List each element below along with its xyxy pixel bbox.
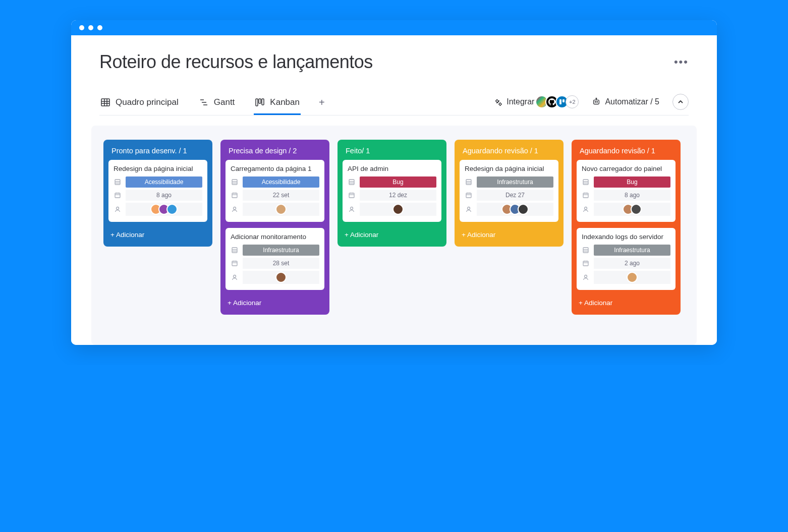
- svg-rect-66: [583, 248, 588, 253]
- column-header[interactable]: Precisa de design / 2: [226, 145, 324, 160]
- automate-button[interactable]: Automatizar / 5: [592, 97, 659, 106]
- card-date[interactable]: 8 ago: [594, 190, 670, 201]
- tab-label: Kanban: [270, 97, 300, 107]
- svg-rect-11: [559, 99, 561, 104]
- card-assignee-row: [582, 203, 670, 216]
- svg-point-33: [234, 207, 236, 210]
- integrations-more-badge[interactable]: +2: [566, 95, 579, 108]
- tab-gantt[interactable]: Gantt: [198, 94, 236, 115]
- add-card-button[interactable]: + Adicionar: [460, 228, 558, 240]
- svg-rect-21: [115, 193, 120, 198]
- svg-rect-18: [115, 180, 120, 185]
- card-tag[interactable]: Acessibilidade: [243, 176, 319, 188]
- card-tag[interactable]: Bug: [360, 176, 436, 188]
- card-avatars[interactable]: [126, 203, 202, 216]
- kanban-card[interactable]: Redesign da página inicialAcessibilidade…: [108, 160, 207, 222]
- card-date[interactable]: 8 ago: [126, 190, 202, 201]
- card-assignee-row: [114, 203, 202, 216]
- add-view-button[interactable]: +: [319, 97, 325, 112]
- card-tag-row: Bug: [582, 176, 670, 188]
- svg-rect-69: [583, 261, 588, 266]
- kanban-card[interactable]: Indexando logs do servidorInfraestrutura…: [577, 228, 676, 290]
- avatar: [392, 204, 404, 215]
- add-card-button[interactable]: + Adicionar: [108, 228, 207, 240]
- card-date-row: 8 ago: [582, 190, 670, 201]
- card-avatars[interactable]: [594, 203, 670, 216]
- card-tag[interactable]: Infraestrutura: [477, 176, 553, 188]
- toolbar-right: Integrar +2: [493, 94, 689, 115]
- kanban-card[interactable]: Redesign da página inicialInfraestrutura…: [460, 160, 558, 222]
- svg-rect-50: [466, 180, 471, 185]
- svg-point-65: [585, 207, 587, 210]
- card-date-row: 8 ago: [114, 190, 202, 201]
- svg-rect-13: [594, 100, 599, 104]
- avatar: [518, 204, 529, 215]
- kanban-card[interactable]: Carregamento da página 1Acessibilidade22…: [226, 160, 324, 222]
- kanban-column: Pronto para desenv. / 1Redesign da págin…: [103, 140, 212, 247]
- card-title: Redesign da página inicial: [465, 165, 553, 172]
- svg-rect-9: [259, 99, 261, 103]
- svg-rect-58: [583, 180, 588, 185]
- card-date-row: 28 set: [231, 258, 319, 269]
- kanban-card[interactable]: API de adminBug12 dez: [343, 160, 441, 222]
- svg-rect-53: [466, 193, 471, 198]
- card-avatars[interactable]: [594, 271, 670, 284]
- card-date[interactable]: 22 set: [243, 190, 319, 201]
- calendar-icon: [231, 259, 239, 267]
- card-date-row: 12 dez: [348, 190, 436, 201]
- integrate-button[interactable]: Integrar +2: [493, 95, 579, 108]
- list-icon: [582, 178, 590, 186]
- person-icon: [231, 205, 239, 213]
- page: Roteiro de recursos e lançamentos ••• Qu…: [71, 35, 717, 345]
- kanban-icon: [255, 97, 265, 107]
- more-menu-button[interactable]: •••: [674, 55, 689, 69]
- card-assignee-row: [582, 271, 670, 284]
- card-avatars[interactable]: [243, 203, 319, 216]
- card-title: Carregamento da página 1: [231, 165, 319, 172]
- calendar-icon: [582, 259, 590, 267]
- column-header[interactable]: Feito/ 1: [343, 145, 441, 160]
- kanban-card[interactable]: Novo carregador do painelBug8 ago: [577, 160, 676, 222]
- kanban-card[interactable]: Adicionar monitoramentoInfraestrutura28 …: [226, 228, 324, 290]
- list-icon: [348, 178, 356, 186]
- add-card-button[interactable]: + Adicionar: [343, 228, 441, 240]
- svg-point-49: [351, 207, 353, 210]
- column-header[interactable]: Aguardando revisão / 1: [460, 145, 558, 160]
- card-avatars[interactable]: [243, 271, 319, 284]
- tab-kanban[interactable]: Kanban: [254, 94, 301, 115]
- card-date[interactable]: 2 ago: [594, 258, 670, 269]
- card-title: Indexando logs do servidor: [582, 233, 670, 241]
- robot-icon: [592, 97, 601, 106]
- card-tag-row: Infraestrutura: [231, 245, 319, 256]
- avatar: [275, 204, 287, 215]
- svg-rect-0: [101, 99, 109, 106]
- collapse-header-button[interactable]: [672, 94, 689, 110]
- card-title: Novo carregador do painel: [582, 165, 670, 172]
- card-title: Adicionar monitoramento: [231, 233, 319, 241]
- avatar: [631, 204, 642, 215]
- add-card-button[interactable]: + Adicionar: [226, 296, 324, 308]
- kanban-column: Precisa de design / 2Carregamento da pág…: [220, 140, 329, 315]
- person-icon: [582, 273, 590, 281]
- card-date[interactable]: Dez 27: [477, 190, 553, 201]
- card-date[interactable]: 12 dez: [360, 190, 436, 201]
- card-tag[interactable]: Acessibilidade: [126, 176, 202, 188]
- card-avatars[interactable]: [477, 203, 553, 216]
- column-header[interactable]: Pronto para desenv. / 1: [108, 145, 207, 160]
- calendar-icon: [582, 191, 590, 199]
- svg-rect-10: [262, 99, 264, 105]
- card-tag[interactable]: Bug: [594, 176, 670, 188]
- column-header[interactable]: Aguardando revisão / 1: [577, 145, 676, 160]
- window-dot: [88, 25, 93, 30]
- svg-point-17: [596, 98, 597, 99]
- card-date[interactable]: 28 set: [243, 258, 319, 269]
- add-card-button[interactable]: + Adicionar: [577, 296, 676, 308]
- person-icon: [465, 205, 473, 213]
- card-avatars[interactable]: [360, 203, 436, 216]
- calendar-icon: [465, 191, 473, 199]
- card-tag[interactable]: Infraestrutura: [243, 245, 319, 256]
- tab-label: Gantt: [214, 97, 235, 107]
- tab-main-board[interactable]: Quadro principal: [99, 94, 180, 115]
- card-tag[interactable]: Infraestrutura: [594, 245, 670, 256]
- kanban-column: Feito/ 1API de adminBug12 dez+ Adicionar: [337, 140, 446, 247]
